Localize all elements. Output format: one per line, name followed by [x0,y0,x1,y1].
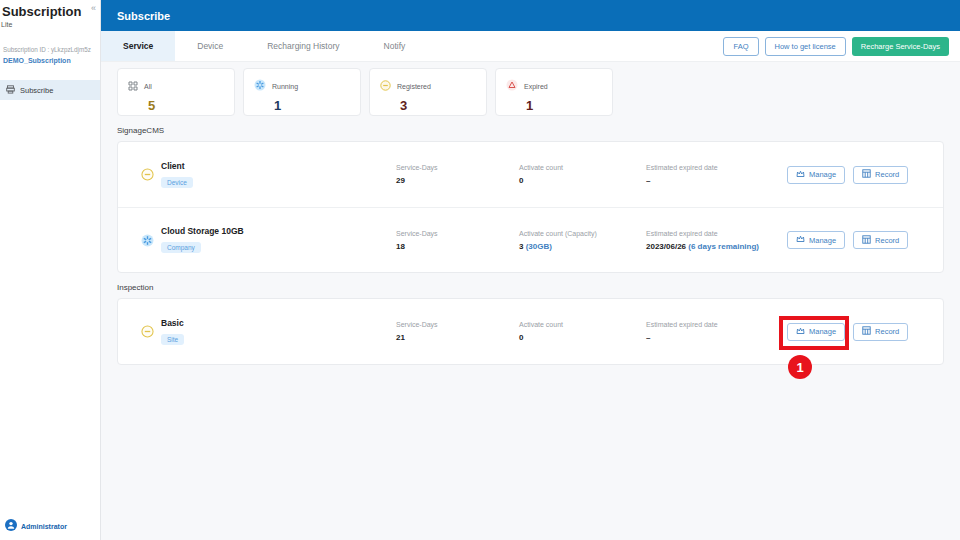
main-content: All 5 Running 1 Registered [101,62,960,540]
capacity-value: (30GB) [526,242,552,251]
service-name-block: Basic Site [161,318,396,346]
tab-service[interactable]: Service [101,31,175,61]
faq-button[interactable]: FAQ [723,37,758,56]
stat-value: 3 [400,98,486,113]
running-status-icon [141,234,161,247]
service-type-badge: Company [161,242,201,253]
expired-warning-icon [506,77,518,95]
service-row-cloud-storage: Cloud Storage 10GB Company Service-Days … [118,207,943,272]
sidebar-collapse-icon[interactable]: « [91,3,96,13]
col-activate-count: Activate count 0 [519,164,646,185]
stats-row: All 5 Running 1 Registered [117,68,944,116]
stat-value: 5 [148,98,234,113]
col-estimated-expired-date: Estimated expired date – [646,321,787,342]
administrator-avatar-icon [5,517,17,535]
col-activate-count: Activate count (Capacity) 3 (30GB) [519,230,646,251]
stat-label: Expired [524,83,548,90]
record-table-icon [862,169,871,180]
how-to-get-license-button[interactable]: How to get license [765,37,846,56]
sidebar: Subscription « Lite Subscription ID : yL… [0,0,101,540]
app-window: Subscription « Lite Subscription ID : yL… [0,0,960,540]
service-type-badge: Site [161,334,184,345]
page-header: Subscribe [101,0,960,31]
record-button[interactable]: Record [853,323,908,341]
record-table-icon [862,235,871,246]
service-row-client: Client Device Service-Days 29 Activate c… [118,142,943,207]
service-type-badge: Device [161,177,193,188]
record-button[interactable]: Record [853,166,908,184]
stat-value: 1 [274,98,360,113]
sidebar-edition-label: Lite [0,21,100,28]
manage-button[interactable]: Manage [787,166,845,184]
registered-status-icon [141,168,161,181]
manage-crown-icon [796,170,805,180]
subscription-info: Subscription ID : yLkzpzLdjm5z DEMO_Subs… [0,46,100,64]
row-actions: Manage Record [787,231,908,249]
recharge-service-days-button[interactable]: Recharge Service-Days [852,37,949,56]
service-name-block: Cloud Storage 10GB Company [161,226,396,254]
tab-bar: Service Device Recharging History Notify… [101,31,960,62]
col-service-days: Service-Days 21 [396,321,519,342]
toolbar-actions: FAQ How to get license Recharge Service-… [723,31,960,61]
registered-icon [380,77,391,95]
registered-status-icon [141,325,161,338]
stat-card-all[interactable]: All 5 [117,68,235,116]
sidebar-nav: Subscribe [0,80,100,100]
col-service-days: Service-Days 29 [396,164,519,185]
subscribe-icon [6,85,15,96]
service-name: Cloud Storage 10GB [161,226,396,236]
stat-value: 1 [526,98,612,113]
grid-icon [128,77,138,95]
page-title: Subscribe [117,10,170,22]
annotation-highlight-rect [779,316,849,350]
manage-button[interactable]: Manage [787,231,845,249]
sidebar-item-subscribe[interactable]: Subscribe [0,80,100,100]
sidebar-footer-user[interactable]: Administrator [5,517,67,535]
stat-label: All [144,83,152,90]
record-table-icon [862,326,871,337]
subscription-name-link[interactable]: DEMO_Subscription [3,57,100,64]
section-title-signagecms: SignageCMS [117,126,944,135]
sidebar-title: Subscription [0,0,100,19]
service-name: Basic [161,318,396,328]
stat-label: Running [272,83,298,90]
stat-card-registered[interactable]: Registered 3 [369,68,487,116]
tab-notify[interactable]: Notify [362,31,428,61]
col-estimated-expired-date: Estimated expired date 2023/06/26 (6 day… [646,230,787,251]
administrator-label: Administrator [21,523,67,530]
tab-device[interactable]: Device [175,31,245,61]
col-activate-count: Activate count 0 [519,321,646,342]
subscription-id-label: Subscription ID : yLkzpzLdjm5z [3,46,100,53]
record-button[interactable]: Record [853,231,908,249]
section-title-inspection: Inspection [117,283,944,292]
days-remaining: (6 days remaining) [688,242,759,251]
service-name: Client [161,161,396,171]
manage-crown-icon [796,235,805,245]
running-icon [254,77,266,95]
service-name-block: Client Device [161,161,396,189]
signagecms-panel: Client Device Service-Days 29 Activate c… [117,141,944,273]
stat-card-running[interactable]: Running 1 [243,68,361,116]
annotation-step-badge: 1 [788,355,812,379]
stat-label: Registered [397,83,431,90]
col-estimated-expired-date: Estimated expired date – [646,164,787,185]
tab-recharging-history[interactable]: Recharging History [245,31,361,61]
stat-card-expired[interactable]: Expired 1 [495,68,613,116]
sidebar-item-label: Subscribe [20,86,53,95]
row-actions: Manage Record [787,166,908,184]
col-service-days: Service-Days 18 [396,230,519,251]
